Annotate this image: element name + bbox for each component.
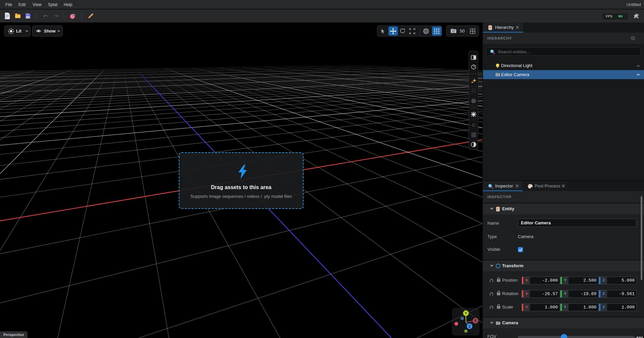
svg-text:X: X [474, 319, 477, 323]
svg-text:Z: Z [469, 324, 471, 328]
svg-text:Y: Y [465, 311, 467, 315]
